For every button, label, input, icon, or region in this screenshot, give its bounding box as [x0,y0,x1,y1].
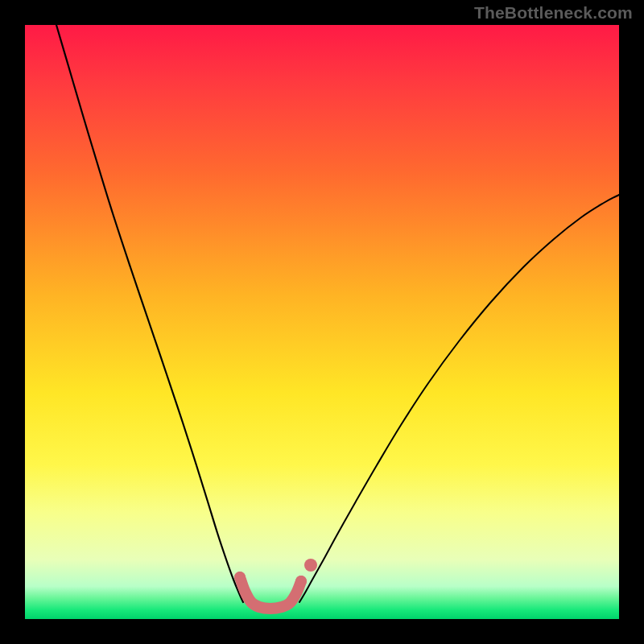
svg-point-2 [234,572,246,583]
svg-point-3 [295,576,307,587]
watermark-text: TheBottleneck.com [474,3,633,23]
chart-frame: TheBottleneck.com [0,0,644,644]
dip-marker-dot [304,559,317,572]
plot-background [25,25,619,619]
bottleneck-chart [0,0,644,644]
